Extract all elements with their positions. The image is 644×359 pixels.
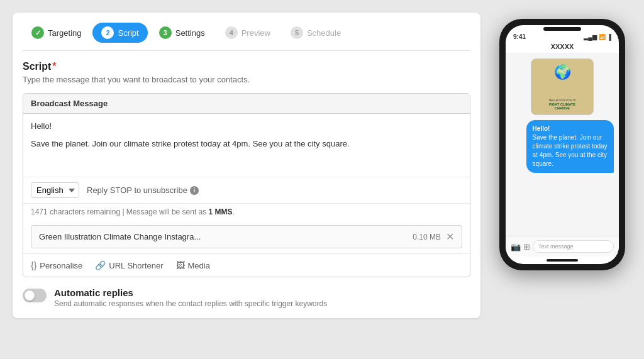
personalise-button[interactable]: {} Personalise	[31, 260, 82, 270]
phone-status-bar: 9:41 ▂▄▆ 📶 ▐	[506, 31, 619, 41]
auto-replies-title: Automatic replies	[54, 287, 327, 298]
message-bubble: Hello! Save the planet. Join our climate…	[526, 120, 614, 173]
step-targeting-label: Targeting	[48, 28, 81, 38]
broadcast-line2: Save the planet. Join our climate strike…	[31, 138, 462, 150]
broadcast-message-box: Broadcast Message Hello! Save the planet…	[23, 93, 470, 277]
phone-home-bar	[547, 259, 578, 262]
section-description: Type the message that you want to broadc…	[23, 75, 470, 84]
broadcast-line1: Hello!	[31, 120, 462, 133]
step-preview-num: 4	[225, 26, 238, 39]
phone-screen: 9:41 ▂▄▆ 📶 ▐ XXXXX 🌍 Take action	[506, 25, 619, 264]
options-row: English Spanish French Reply STOP to uns…	[23, 177, 470, 203]
battery-icon: ▐	[608, 34, 611, 40]
climate-emoji: 🌍	[554, 64, 571, 80]
climate-img-content: 🌍 Take action now to FIGHT CLIMATECHANGE	[531, 59, 593, 114]
section-title: Script*	[23, 61, 470, 72]
step-settings-label: Settings	[175, 28, 205, 38]
step-targeting[interactable]: ✓ Targeting	[23, 23, 90, 43]
steps-bar: ✓ Targeting 2 Script 3 Settings 4 Previe…	[23, 23, 470, 51]
language-select[interactable]: English Spanish French	[31, 182, 79, 198]
auto-replies-text: Automatic replies Send automatic respons…	[54, 287, 327, 308]
broadcast-header: Broadcast Message	[23, 94, 470, 114]
phone-messages: 🌍 Take action now to FIGHT CLIMATECHANGE…	[506, 53, 619, 236]
step-schedule-num: 5	[291, 26, 303, 39]
step-targeting-num: ✓	[31, 26, 44, 39]
climate-img-title: FIGHT CLIMATECHANGE	[549, 102, 575, 111]
media-button[interactable]: 🖼 Media	[176, 260, 210, 270]
left-panel: ✓ Targeting 2 Script 3 Settings 4 Previe…	[13, 13, 480, 318]
phone-mockup: 9:41 ▂▄▆ 📶 ▐ XXXXX 🌍 Take action	[499, 19, 625, 270]
step-script-num: 2	[101, 26, 114, 39]
step-settings-num: 3	[159, 26, 172, 39]
phone-wrapper: 9:41 ▂▄▆ 📶 ▐ XXXXX 🌍 Take action	[493, 13, 631, 277]
link-icon: 🔗	[95, 260, 106, 270]
auto-replies-toggle[interactable]	[23, 289, 47, 302]
remove-attachment-button[interactable]: ✕	[446, 231, 454, 243]
attachment-name: Green Illustration Climate Change Instag…	[39, 232, 413, 241]
phone-text-input[interactable]: Text message	[533, 240, 614, 253]
climate-image: 🌍 Take action now to FIGHT CLIMATECHANGE	[531, 58, 594, 115]
msg-greeting: Hello!	[533, 125, 550, 132]
step-schedule-label: Schedule	[307, 28, 341, 38]
camera-icon[interactable]: 📷	[511, 242, 521, 251]
step-settings[interactable]: 3 Settings	[150, 23, 214, 43]
auto-replies-description: Send automatic responses when the contac…	[54, 299, 327, 308]
climate-img-sub: Take action now to	[548, 99, 576, 102]
signal-icon: ▂▄▆	[584, 34, 596, 40]
personalise-icon: {}	[31, 260, 36, 270]
phone-time: 9:41	[513, 33, 526, 40]
attachment-row: Green Illustration Climate Change Instag…	[31, 225, 462, 248]
attachment-size: 0.10 MB	[413, 233, 441, 241]
reply-stop-text: Reply STOP to unsubscribe i	[87, 185, 199, 195]
auto-replies-section: Automatic replies Send automatic respons…	[23, 287, 470, 308]
apps-icon[interactable]: ⊞	[523, 242, 530, 251]
step-script-label: Script	[118, 28, 138, 38]
step-script[interactable]: 2 Script	[92, 23, 147, 43]
wifi-icon: 📶	[599, 34, 606, 40]
step-schedule[interactable]: 5 Schedule	[282, 23, 350, 43]
main-container: ✓ Targeting 2 Script 3 Settings 4 Previe…	[0, 0, 644, 359]
broadcast-body[interactable]: Hello! Save the planet. Join our climate…	[23, 114, 470, 177]
image-icon: 🖼	[176, 260, 185, 270]
info-icon[interactable]: i	[190, 186, 199, 195]
url-shortener-button[interactable]: 🔗 URL Shortener	[95, 260, 163, 270]
toggle-thumb	[25, 290, 35, 301]
step-preview[interactable]: 4 Preview	[216, 23, 279, 43]
status-icons: ▂▄▆ 📶 ▐	[584, 34, 611, 40]
phone-contact-name: XXXXX	[506, 41, 619, 53]
toolbar-row: {} Personalise 🔗 URL Shortener 🖼 Media	[23, 253, 470, 277]
step-preview-label: Preview	[242, 28, 270, 38]
msg-body: Save the planet. Join our climate strike…	[533, 134, 608, 167]
chars-remaining: 1471 characters remaining | Message will…	[23, 203, 470, 220]
phone-input-bar: 📷 ⊞ Text message	[506, 236, 619, 257]
